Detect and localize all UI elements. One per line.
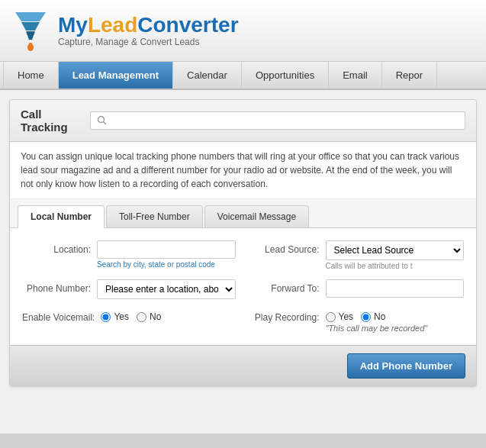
card-title: Call Tracking — [21, 108, 81, 134]
title-lead: Lead — [88, 13, 137, 37]
play-recording-note: "This call may be recorded" — [326, 324, 465, 333]
location-row: Location: Search by city, state or posta… — [22, 240, 236, 270]
bottom-bar: Add Phone Number — [10, 345, 476, 386]
lead-source-select[interactable]: Select Lead Source — [326, 240, 465, 260]
tab-local-number[interactable]: Local Number — [18, 205, 105, 228]
form-area: Location: Search by city, state or posta… — [10, 228, 476, 345]
enable-voicemail-label: Enable Voicemail: — [22, 308, 95, 323]
header-subtitle: Capture, Manage & Convert Leads — [58, 37, 239, 47]
voicemail-yes-label[interactable]: Yes — [101, 311, 129, 322]
header: MyLeadConverter Capture, Manage & Conver… — [0, 0, 486, 62]
voicemail-yes-radio[interactable] — [101, 312, 111, 322]
location-label: Location: — [22, 240, 91, 255]
nav-email[interactable]: Email — [329, 62, 382, 89]
voicemail-no-text: No — [150, 311, 161, 322]
lead-source-row: Lead Source: Select Lead Source Calls wi… — [251, 240, 465, 270]
lead-source-field-wrapper: Select Lead Source Calls will be attribu… — [326, 240, 465, 270]
title-my: My — [58, 13, 88, 37]
play-yes-radio[interactable] — [326, 312, 336, 322]
navbar: Home Lead Management Calendar Opportunit… — [0, 62, 486, 90]
voicemail-options: Yes No — [101, 308, 235, 322]
tab-toll-free[interactable]: Toll-Free Number — [106, 205, 203, 227]
svg-marker-1 — [21, 22, 40, 31]
forward-to-field-wrapper — [326, 279, 465, 298]
lead-source-label: Lead Source: — [251, 240, 320, 255]
enable-voicemail-row: Enable Voicemail: Yes No — [22, 308, 236, 333]
svg-marker-0 — [15, 12, 46, 21]
nav-home[interactable]: Home — [3, 62, 59, 89]
voicemail-no-label[interactable]: No — [137, 311, 161, 322]
svg-marker-2 — [26, 31, 35, 40]
play-recording-row: Play Recording: Yes No "T — [251, 308, 465, 333]
nav-calendar[interactable]: Calendar — [173, 62, 242, 89]
forward-to-label: Forward To: — [251, 279, 320, 294]
voicemail-radio-group: Yes No — [101, 308, 235, 322]
location-field-wrapper: Search by city, state or postal code — [97, 240, 236, 269]
play-no-radio[interactable] — [361, 312, 371, 322]
play-recording-radio-group: Yes No — [326, 308, 465, 322]
tabs-container: Local Number Toll-Free Number Voicemail … — [10, 199, 476, 228]
title-converter: Converter — [137, 13, 238, 37]
phone-label: Phone Number: — [22, 279, 91, 294]
phone-select[interactable]: Please enter a location, above. — [97, 279, 236, 299]
phone-field-wrapper: Please enter a location, above. — [97, 279, 236, 299]
phone-number-row: Phone Number: Please enter a location, a… — [22, 279, 236, 299]
play-no-label[interactable]: No — [361, 311, 385, 322]
nav-lead-management[interactable]: Lead Management — [59, 62, 173, 89]
play-recording-field: Yes No "This call may be recorded" — [326, 308, 465, 333]
location-input[interactable] — [97, 240, 236, 259]
call-tracking-card: Call Tracking You can assign unique loca… — [9, 99, 477, 387]
play-no-text: No — [374, 311, 385, 322]
forward-to-row: Forward To: — [251, 279, 465, 299]
main-content: Call Tracking You can assign unique loca… — [0, 90, 486, 433]
header-text: MyLeadConverter Capture, Manage & Conver… — [58, 14, 239, 48]
logo-icon — [12, 9, 49, 52]
nav-opportunities[interactable]: Opportunities — [242, 62, 329, 89]
form-grid: Location: Search by city, state or posta… — [22, 240, 464, 333]
header-title: MyLeadConverter — [58, 14, 239, 37]
card-header: Call Tracking — [10, 100, 476, 142]
forward-to-input[interactable] — [326, 279, 465, 298]
lead-source-hint: Calls will be attributed to t — [326, 262, 465, 270]
voicemail-no-radio[interactable] — [137, 312, 146, 322]
play-recording-label: Play Recording: — [251, 308, 320, 323]
play-yes-text: Yes — [339, 311, 354, 322]
description-text: You can assign unique local tracking pho… — [10, 142, 476, 199]
location-hint: Search by city, state or postal code — [97, 260, 236, 269]
voicemail-yes-text: Yes — [114, 311, 129, 322]
add-phone-number-button[interactable]: Add Phone Number — [347, 353, 465, 379]
nav-reports[interactable]: Repor — [382, 62, 437, 89]
search-input[interactable] — [90, 111, 465, 130]
play-yes-label[interactable]: Yes — [326, 311, 354, 322]
tab-voicemail[interactable]: Voicemail Message — [204, 205, 309, 227]
